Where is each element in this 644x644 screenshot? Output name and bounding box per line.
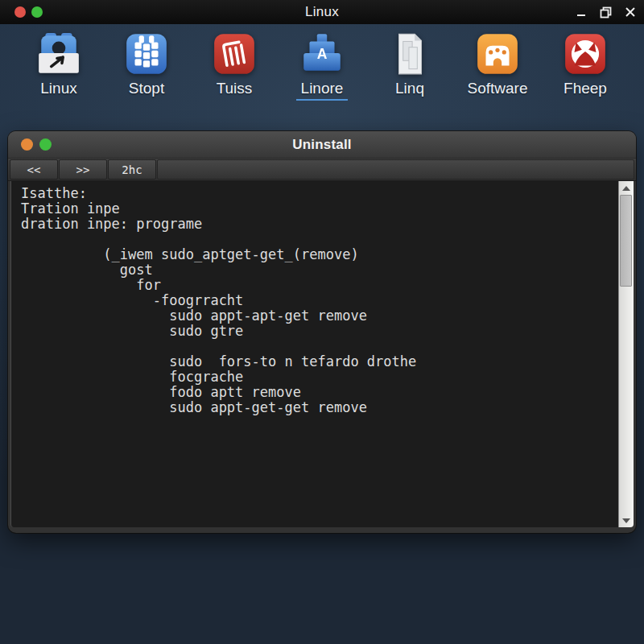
window-lights: [14, 0, 43, 24]
dock-item-linux[interactable]: Linux: [16, 31, 101, 108]
back-button[interactable]: <<: [10, 159, 58, 180]
terminal-toolbar: << >> 2hc: [8, 159, 636, 181]
red-bird-badge-icon: [562, 31, 609, 77]
dock-label: Fheep: [559, 80, 612, 101]
red-strokes-icon: [211, 31, 258, 77]
red-light-icon[interactable]: [14, 6, 26, 18]
toolbar-filler: [157, 159, 634, 180]
document-icon: [386, 31, 433, 77]
blue-grid-icon: [123, 31, 170, 77]
archive-launcher-icon: [35, 31, 82, 77]
dock-label: Linux: [35, 80, 81, 101]
dock-label: Tuiss: [212, 80, 258, 101]
dock-item-tuiss[interactable]: Tuiss: [192, 31, 277, 108]
svg-text:A: A: [317, 46, 328, 62]
dock-item-stopt[interactable]: Stopt: [104, 31, 189, 108]
dock-label: Linq: [390, 80, 429, 101]
terminal-window-lights: [21, 138, 52, 151]
dock-label: Linore: [296, 80, 349, 101]
terminal-tab[interactable]: 2hc: [108, 159, 156, 180]
restore-icon[interactable]: [600, 6, 612, 19]
forward-button[interactable]: >>: [59, 159, 107, 180]
green-light-icon[interactable]: [39, 138, 52, 151]
terminal-body: Isatthe: Tration inpe dration inpe: prog…: [10, 181, 634, 527]
system-titlebar: Linux: [0, 0, 644, 24]
window-controls: [576, 0, 636, 24]
dock-item-linore[interactable]: A Linore: [279, 31, 365, 108]
terminal-title: Uninstall: [8, 137, 636, 153]
dock-item-fheep[interactable]: Fheep: [543, 31, 628, 108]
dock-label: Software: [463, 80, 533, 101]
terminal-titlebar[interactable]: Uninstall: [8, 131, 636, 159]
scrollbar-thumb[interactable]: [620, 195, 632, 287]
orange-light-icon[interactable]: [21, 138, 33, 151]
scroll-up-icon[interactable]: [619, 182, 634, 194]
scrollbar[interactable]: [618, 181, 634, 527]
dock-item-linq[interactable]: Linq: [367, 31, 452, 108]
terminal-output: Isatthe: Tration inpe dration inpe: prog…: [11, 181, 634, 415]
close-icon[interactable]: [625, 6, 636, 18]
minimize-icon[interactable]: [576, 6, 587, 18]
dock-label: Stopt: [124, 80, 169, 101]
orange-storefront-icon: [474, 31, 521, 77]
green-light-icon[interactable]: [31, 6, 43, 18]
blue-castle-a-icon: A: [299, 31, 345, 77]
dock-item-software[interactable]: Software: [455, 31, 540, 108]
terminal-window: Uninstall << >> 2hc Isatthe: Tration inp…: [8, 131, 636, 533]
app-dock: Linux Stopt: [0, 31, 644, 108]
scroll-down-icon[interactable]: [619, 514, 634, 526]
window-title: Linux: [0, 4, 644, 20]
